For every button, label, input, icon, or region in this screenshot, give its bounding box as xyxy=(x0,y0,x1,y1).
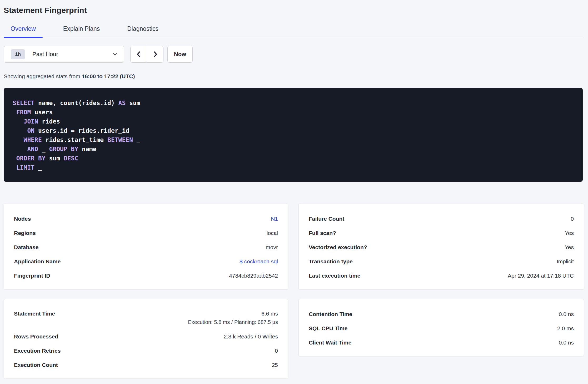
page-title: Statement Fingerprint xyxy=(4,6,584,15)
aggregated-stats-text: Showing aggregated stats from 16:00 to 1… xyxy=(4,73,584,80)
now-button[interactable]: Now xyxy=(167,46,193,63)
row-value: Apr 29, 2024 at 17:18 UTC xyxy=(508,273,574,279)
sql-statement: SELECT name, count(rides.id) AS sum FROM… xyxy=(4,88,583,182)
interval-label: Past Hour xyxy=(32,51,58,58)
overview-right-card: Failure Count0Full scan?YesVectorized ex… xyxy=(298,204,584,289)
row-label: Nodes xyxy=(14,216,31,222)
card-row: Full scan?Yes xyxy=(309,226,574,240)
row-value-wrap: Yes xyxy=(565,244,574,250)
card-row: Failure Count0 xyxy=(309,212,574,226)
interval-badge: 1h xyxy=(11,49,25,59)
sql-line: WHERE rides.start_time BETWEEN _ xyxy=(13,135,574,145)
row-label: Execution Retries xyxy=(14,348,61,354)
row-label: Execution Count xyxy=(14,362,58,368)
row-value: Yes xyxy=(565,230,574,236)
card-row: Statement Time6.6 msExecution: 5.8 ms / … xyxy=(14,307,278,329)
row-value-wrap: 6.6 msExecution: 5.8 ms / Planning: 687.… xyxy=(188,311,278,325)
sql-line: FROM users xyxy=(13,108,574,117)
row-value: 0.0 ns xyxy=(559,339,574,346)
row-label: Client Wait Time xyxy=(309,339,351,346)
next-interval-button[interactable] xyxy=(147,46,163,62)
timing-right-card: Contention Time0.0 nsSQL CPU Time2.0 msC… xyxy=(298,299,584,356)
card-row: Execution Retries0 xyxy=(14,344,278,358)
row-subvalue: Execution: 5.8 ms / Planning: 687.5 µs xyxy=(188,319,278,325)
row-label: Transaction type xyxy=(309,258,353,265)
row-value-wrap: local xyxy=(267,230,278,236)
card-row: Transaction typeImplicit xyxy=(309,254,574,269)
overview-left-card: NodesN1RegionslocalDatabasemovrApplicati… xyxy=(4,204,288,289)
timing-left-card: Statement Time6.6 msExecution: 5.8 ms / … xyxy=(4,299,288,379)
row-value: 2.0 ms xyxy=(557,325,574,332)
row-value-wrap: 2.0 ms xyxy=(557,325,574,332)
sql-line: JOIN rides xyxy=(13,117,574,126)
card-row: Application Name$ cockroach sql xyxy=(14,254,278,269)
sql-line: AND _ GROUP BY name xyxy=(13,145,574,154)
row-value-wrap: N1 xyxy=(271,216,278,222)
time-controls: 1h Past Hour Now xyxy=(4,46,584,63)
card-row: Contention Time0.0 ns xyxy=(309,307,574,321)
row-value-wrap: 0 xyxy=(275,348,278,354)
row-value-link[interactable]: N1 xyxy=(271,216,278,222)
row-value: Implicit xyxy=(557,258,574,265)
row-value: 4784cb829aab2542 xyxy=(229,273,278,279)
row-label: Last execution time xyxy=(309,273,360,279)
row-value: 0 xyxy=(275,348,278,354)
row-label: Contention Time xyxy=(309,311,352,317)
time-pager xyxy=(130,46,163,63)
chevron-down-icon xyxy=(112,51,118,57)
card-row: SQL CPU Time2.0 ms xyxy=(309,321,574,336)
chevron-right-icon xyxy=(152,51,159,58)
row-value-wrap: 0.0 ns xyxy=(559,339,574,346)
row-label: Vectorized execution? xyxy=(309,244,367,250)
row-value: 0.0 ns xyxy=(559,311,574,317)
aggregated-stats-range: 16:00 to 17:22 (UTC) xyxy=(82,73,135,79)
card-row: Regionslocal xyxy=(14,226,278,240)
row-value: 6.6 ms xyxy=(261,311,278,317)
row-value-wrap: $ cockroach sql xyxy=(240,258,278,265)
row-label: Failure Count xyxy=(309,216,344,222)
row-value-wrap: Apr 29, 2024 at 17:18 UTC xyxy=(508,273,574,279)
sql-line: ON users.id = rides.rider_id xyxy=(13,126,574,135)
row-value-wrap: 0.0 ns xyxy=(559,311,574,317)
statement-fingerprint-page: Statement Fingerprint Overview Explain P… xyxy=(0,0,588,379)
row-label: Statement Time xyxy=(14,311,55,317)
card-row: Databasemovr xyxy=(14,240,278,254)
tab-diagnostics[interactable]: Diagnostics xyxy=(120,25,165,38)
card-row: Fingerprint ID4784cb829aab2542 xyxy=(14,269,278,283)
sql-line: LIMIT _ xyxy=(13,163,574,172)
card-row: Execution Count25 xyxy=(14,358,278,372)
card-row: Client Wait Time0.0 ns xyxy=(309,336,574,350)
row-value-wrap: Yes xyxy=(565,230,574,236)
row-label: Regions xyxy=(14,230,36,236)
row-value: 0 xyxy=(571,216,574,222)
sql-line: SELECT name, count(rides.id) AS sum xyxy=(13,99,574,108)
row-value-wrap: 4784cb829aab2542 xyxy=(229,273,278,279)
tab-explain-plans[interactable]: Explain Plans xyxy=(56,25,107,38)
row-value: Yes xyxy=(565,244,574,250)
previous-interval-button[interactable] xyxy=(131,46,147,62)
time-interval-dropdown[interactable]: 1h Past Hour xyxy=(4,46,124,63)
card-row: Vectorized execution?Yes xyxy=(309,240,574,254)
row-label: Database xyxy=(14,244,38,250)
aggregated-stats-prefix: Showing aggregated stats from xyxy=(4,73,82,79)
row-label: Rows Processed xyxy=(14,333,58,340)
row-value-link[interactable]: $ cockroach sql xyxy=(240,258,278,265)
row-label: Full scan? xyxy=(309,230,336,236)
row-value-wrap: movr xyxy=(266,244,278,250)
row-value-wrap: Implicit xyxy=(557,258,574,265)
tab-bar: Overview Explain Plans Diagnostics xyxy=(4,25,584,38)
card-row: Rows Processed2.3 k Reads / 0 Writes xyxy=(14,329,278,344)
chevron-left-icon xyxy=(135,51,142,58)
card-row: Last execution timeApr 29, 2024 at 17:18… xyxy=(309,269,574,283)
row-value: movr xyxy=(266,244,278,250)
row-value: local xyxy=(267,230,278,236)
row-label: SQL CPU Time xyxy=(309,325,347,332)
summary-cards: NodesN1RegionslocalDatabasemovrApplicati… xyxy=(4,204,584,379)
row-value-wrap: 0 xyxy=(571,216,574,222)
tab-overview[interactable]: Overview xyxy=(4,25,43,38)
row-label: Fingerprint ID xyxy=(14,273,50,279)
row-value-wrap: 2.3 k Reads / 0 Writes xyxy=(224,333,278,340)
row-value: 2.3 k Reads / 0 Writes xyxy=(224,333,278,340)
row-value: 25 xyxy=(272,362,278,368)
sql-line: ORDER BY sum DESC xyxy=(13,154,574,163)
